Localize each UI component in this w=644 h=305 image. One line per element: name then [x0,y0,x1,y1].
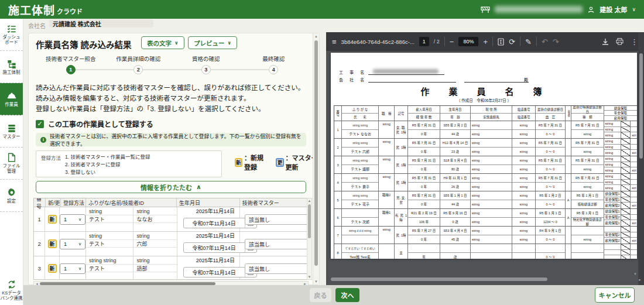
org-tree-icon [7,59,16,68]
wizard-stepper: 技術者マスター照合1作業員詳細の確認2資格の確認3最終確認4 [37,54,307,79]
scroll-up-icon[interactable]: ▲ [307,199,311,203]
import-result-panel: 作業員名簿 読み込み結果 表の文字∨ プレビュー∨ 技術者マスター照合1作業員詳… [28,33,320,285]
roster-row: 3string stringテスト 語部string習, 1時R5 年 7 月 … [334,156,637,174]
step-circle: 3 [201,65,211,74]
panel-scrollbar[interactable]: ▲ ▼ [313,33,319,285]
next-button[interactable]: 次へ [335,288,359,302]
pdf-page-input[interactable]: 1 [419,37,429,46]
helmet-icon [7,91,16,101]
download-icon[interactable] [602,38,609,46]
step-4: 最終確認4 [240,54,308,74]
sidebar-spacer [0,212,23,276]
file-icon [7,153,16,162]
engineer-master-input[interactable]: 該当無し [245,239,309,249]
table-row: 1新1∨stringテストstringななお2025年11月14日令和07年11… [34,207,308,232]
redo-icon[interactable]: ↷ [553,37,559,46]
sync-icon [7,280,16,289]
scroll-down-icon[interactable]: ▼ [313,280,319,283]
new-badge: 新 [48,215,57,224]
registration-method-select[interactable]: 1∨ [60,263,85,274]
sidebar-item-master[interactable]: マスター [0,115,23,148]
top-bar: 施工体制 クラウド 建設 太郎 ∨ [0,0,644,19]
table-text-dropdown[interactable]: 表の文字∨ [141,36,184,49]
zoom-in-icon[interactable]: + [483,37,488,46]
doc-roster-table: 番号ふ り が な氏 名職 種記号雇入年月日経 験 年 数生年月日年 齢現 住 … [334,105,637,259]
print-icon[interactable] [616,38,624,45]
user-name[interactable]: 建設 太郎 [600,5,627,14]
step-2: 作業員詳細の確認2 [105,54,173,74]
project-name-redacted[interactable] [495,6,583,13]
registration-method-select[interactable]: 1∨ [60,214,85,225]
sidebar-item-sekou-taisei[interactable]: 施工体制 [0,51,23,83]
doc-dono: 殿 [524,77,529,83]
step-3: 資格の確認3 [172,54,240,74]
user-icon [587,6,595,13]
pdf-zoom-level[interactable]: 80% [458,37,478,46]
annotate-pen-icon[interactable]: ✎ [525,37,532,46]
step-circle: 1 [66,65,76,74]
zoom-out-icon[interactable]: − [450,37,454,46]
back-button[interactable]: 戻る [310,288,331,302]
pdf-filename: 3b84e640-764d-45c2-886c-... [341,39,415,45]
scroll-up-icon[interactable]: ▲ [313,35,319,38]
scroll-down-icon[interactable]: ▼ [633,272,637,276]
fit-page-icon[interactable] [498,38,504,46]
app-logo: 施工体制 [8,2,55,18]
preview-dropdown[interactable]: プレビュー∨ [188,36,237,49]
chevron-down-icon: ∨ [78,217,81,222]
pdf-toolbar: ≡ 3b84e640-764d-45c2-886c-... 1 / 2 − 80… [326,32,644,51]
doc-koji-label: 工 事 名 [339,69,365,75]
new-badge: 新 [235,158,242,167]
registration-method-options: 1. 技術者マスター・作業員一覧に登録2. 技術者マスターに登録3. 登録しない [65,153,150,174]
instructions: 読み込んだ作業員に対応する技術者マスターを確認し、誤りがあれば修正してください。… [36,83,304,114]
engineer-master-input[interactable]: 該当無し [245,263,309,274]
chevron-down-icon: ∨ [78,266,81,271]
more-options-icon[interactable]: ⋮ [631,37,638,46]
update-badge: 更 [276,158,283,167]
sidebar-item-settei[interactable]: 設定 [0,180,23,212]
sidebar-item-sagyouin[interactable]: 作業員 [0,83,23,115]
pdf-vertical-scrollbar[interactable] [638,32,644,285]
roster-row: 4string stringテスト 貴子string習, 1時R5 年 7 月 … [334,174,637,191]
roster-header-row: 番号ふ り が な氏 名職 種記号雇入年月日経 験 年 数生年月日年 齢現 住 … [334,106,637,121]
register-worker-checkbox[interactable]: ✓ この工事の作業員として登録する [36,119,153,129]
roster-row: 5string stringテスト 花子職種2男, 女, 習R5 年 7 月 3… [334,191,637,209]
pdf-viewer: ≡ 3b84e640-764d-45c2-886c-... 1 / 2 − 80… [326,32,644,285]
step-1: 技術者マスター照合1 [37,54,105,74]
sidebar: ダッシュ ボード施工体制作業員マスターファイル 管理設定KSデータ バンク連携 [0,19,23,305]
gear-icon [7,188,16,197]
registration-method-select[interactable]: 1∨ [60,239,85,249]
undo-icon[interactable]: ↶ [542,37,548,46]
chevron-up-icon: ∧ [196,183,201,191]
registration-method-legend: 登録方法 1. 技術者マスター・作業員一覧に登録2. 技術者マスターに登録3. … [36,150,222,177]
doc-koji-value-redacted [373,69,439,74]
footer-bar: 戻る 次へ キャンセル [23,285,644,305]
collapse-info-button[interactable]: 情報を折りたたむ ∧ [36,181,306,193]
app-logo-sub: クラウド [57,6,83,16]
checkbox-checked-icon: ✓ [36,120,44,128]
table-row: 2新1∨stringテストstring六郎2025年11月14日令和07年11月… [34,232,308,256]
company-name-label: 会社名 [28,21,46,30]
roster-row: 2string stringテスト 六郎string習, 1時R5 年 7 月 … [334,139,637,156]
scroll-right-icon[interactable]: ► [638,278,642,282]
chevron-down-icon: ∨ [228,40,232,46]
sidebar-item-ks-databank[interactable]: KSデータ バンク連携 [0,276,23,305]
pdf-page-total: / 2 [434,39,440,44]
roster-row: 8てすとせい てすとめいTest姓 Test名主年歳0 ～ 0 [334,244,637,259]
doc-kaisha-label: 会 社 名 [339,77,365,83]
user-menu-chevron-icon[interactable]: ∨ [632,6,636,12]
worker-table-vertical-scrollbar[interactable]: ▲ ▼ [307,198,312,280]
pdf-menu-icon[interactable]: ≡ [332,37,337,46]
cancel-button[interactable]: キャンセル [595,287,635,303]
info-note: i 技術者マスターとは別に、選択中の工事に入場する作業員として登録します。下の一… [36,133,306,146]
info-icon: i [40,137,46,143]
pdf-horizontal-scrollbar[interactable] [328,277,633,282]
scroll-down-icon[interactable]: ▼ [307,275,311,279]
pdf-page: 工 事 名 会 社 名 殿 作 業 員 名 簿 （ 作成日 令和06年2月27日… [331,53,637,259]
sidebar-item-file-kanri[interactable]: ファイル 管理 [0,148,23,180]
sidebar-item-dashboard[interactable]: ダッシュ ボード [0,19,23,51]
engineer-master-input[interactable]: 該当無し [245,214,309,225]
roster-row: 1string stringテスト ななおstring女, 職, 習, 1特R5… [334,121,637,139]
company-name-field[interactable]: 元請建設 株式会社 [49,19,153,28]
rotate-icon[interactable]: ⟳ [509,37,515,46]
